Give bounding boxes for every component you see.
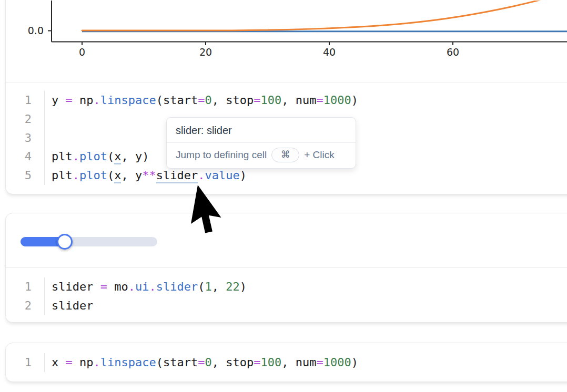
code-text[interactable]: y = np.linspace(start=0, stop=100, num=1… xyxy=(45,91,358,110)
notebook-cell-slider: 1slider = mo.ui.slider(1, 22)2slider xyxy=(5,213,567,323)
x-tick-label: 0 xyxy=(79,46,85,58)
slider-handle[interactable] xyxy=(57,234,73,250)
line-number: 3 xyxy=(6,129,45,148)
y-tick-label: 0.0 xyxy=(28,25,44,36)
code-line[interactable]: 1slider = mo.ui.slider(1, 22) xyxy=(6,277,567,296)
tooltip-click-hint: + Click xyxy=(304,149,335,161)
command-key-badge: ⌘ xyxy=(271,148,299,162)
code-text[interactable]: x = np.linspace(start=0, stop=100, num=1… xyxy=(45,353,358,372)
notebook-cell-x: 1x = np.linspace(start=0, stop=100, num=… xyxy=(5,343,567,382)
x-tick-label: 60 xyxy=(447,46,459,58)
code-line[interactable]: 1x = np.linspace(start=0, stop=100, num=… xyxy=(6,353,567,372)
line-number: 5 xyxy=(6,166,45,185)
code-text[interactable]: plt.plot(x, y**slider.value) xyxy=(45,166,247,185)
line-number: 2 xyxy=(6,110,45,129)
code-text[interactable]: slider xyxy=(45,296,93,315)
line-number: 1 xyxy=(6,277,45,296)
tooltip-title: slider: slider xyxy=(167,118,356,142)
slider-track[interactable] xyxy=(21,237,157,246)
code-text[interactable]: plt.plot(x, y) xyxy=(45,147,149,166)
series-line-orange xyxy=(82,1,560,30)
code-text[interactable]: slider = mo.ui.slider(1, 22) xyxy=(45,277,247,296)
slider-output xyxy=(6,213,567,267)
code-line[interactable]: 1y = np.linspace(start=0, stop=100, num=… xyxy=(6,91,567,110)
x-tick-label: 40 xyxy=(323,46,336,58)
code-line[interactable]: 2slider xyxy=(6,296,567,315)
code-line[interactable]: 5plt.plot(x, y**slider.value) xyxy=(6,166,567,185)
variable-tooltip: slider: slider Jump to defining cell ⌘ +… xyxy=(166,117,356,169)
matplotlib-figure: 0.0 0 20 40 60 xyxy=(6,1,567,82)
line-number: 2 xyxy=(6,296,45,315)
line-number: 1 xyxy=(6,353,45,372)
code-editor[interactable]: 1x = np.linspace(start=0, stop=100, num=… xyxy=(6,343,567,381)
line-number: 4 xyxy=(6,147,45,166)
x-tick-label: 20 xyxy=(199,46,212,58)
tooltip-action-label[interactable]: Jump to defining cell xyxy=(176,149,267,161)
code-editor[interactable]: 1slider = mo.ui.slider(1, 22)2slider xyxy=(6,267,567,322)
line-number: 1 xyxy=(6,91,45,110)
